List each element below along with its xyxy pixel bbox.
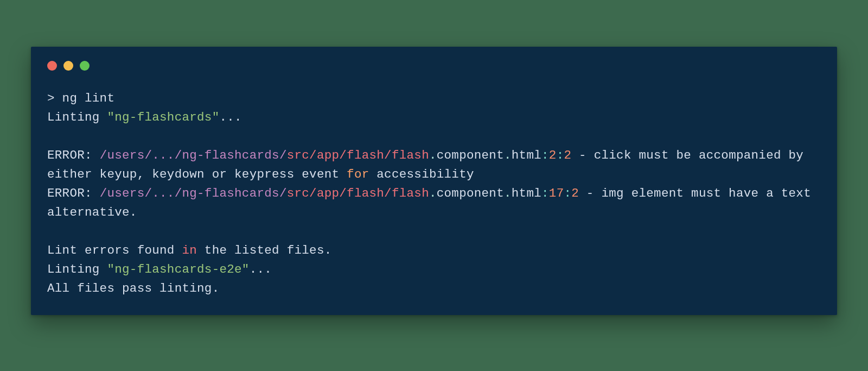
- for-keyword: for: [347, 167, 369, 181]
- project-name-2: "ng-flashcards-e2e": [107, 262, 249, 276]
- dot-1b: .: [504, 148, 512, 162]
- terminal-output: > ng lint Linting "ng-flashcards"... ERR…: [47, 89, 821, 298]
- linting-label-2: Linting: [47, 262, 107, 276]
- html-word-1: html: [512, 148, 541, 162]
- component-word-1: component: [437, 148, 504, 162]
- dot-2a: .: [429, 186, 437, 200]
- terminal-window: > ng lint Linting "ng-flashcards"... ERR…: [31, 47, 837, 315]
- dash-2: -: [579, 186, 601, 200]
- linting-label: Linting: [47, 110, 107, 124]
- ellipsis-2: ...: [250, 262, 272, 276]
- error-path-mid-1: src/app/flash/flash: [287, 148, 429, 162]
- dot-1a: .: [429, 148, 437, 162]
- component-word-2: component: [437, 186, 504, 200]
- summary-prefix: Lint errors found: [47, 243, 182, 257]
- colon-2: :: [85, 186, 100, 200]
- ellipsis-1: ...: [219, 110, 241, 124]
- colon-loc-2a: :: [541, 186, 549, 200]
- html-word-2: html: [512, 186, 541, 200]
- error-path-base-1: /users/.../ng-flashcards/: [100, 148, 287, 162]
- maximize-icon[interactable]: [80, 61, 90, 71]
- error-path-base-2: /users/.../ng-flashcards/: [100, 186, 287, 200]
- command-text: ng lint: [62, 91, 115, 105]
- window-controls: [47, 61, 821, 71]
- colon-loc-2b: :: [564, 186, 571, 200]
- minimize-icon[interactable]: [63, 61, 73, 71]
- colon-loc-1b: :: [557, 148, 564, 162]
- error-msg-1b: accessibility: [369, 167, 474, 181]
- error-label-2: ERROR: [47, 186, 85, 200]
- close-icon[interactable]: [47, 61, 57, 71]
- error-line-1: 2: [549, 148, 557, 162]
- summary-suffix: the listed files.: [197, 243, 331, 257]
- colon-1: :: [85, 148, 100, 162]
- prompt-symbol: >: [47, 91, 62, 105]
- page-background: > ng lint Linting "ng-flashcards"... ERR…: [0, 0, 868, 371]
- project-name-1: "ng-flashcards": [107, 110, 219, 124]
- dash-1: -: [571, 148, 593, 162]
- in-keyword: in: [182, 243, 197, 257]
- error-label-1: ERROR: [47, 148, 85, 162]
- error-col-1: 2: [564, 148, 571, 162]
- error-path-mid-2: src/app/flash/flash: [287, 186, 429, 200]
- colon-loc-1a: :: [541, 148, 549, 162]
- error-col-2: 2: [571, 186, 579, 200]
- error-line-2: 17: [549, 186, 564, 200]
- dot-2b: .: [504, 186, 512, 200]
- all-pass-text: All files pass linting.: [47, 281, 219, 295]
